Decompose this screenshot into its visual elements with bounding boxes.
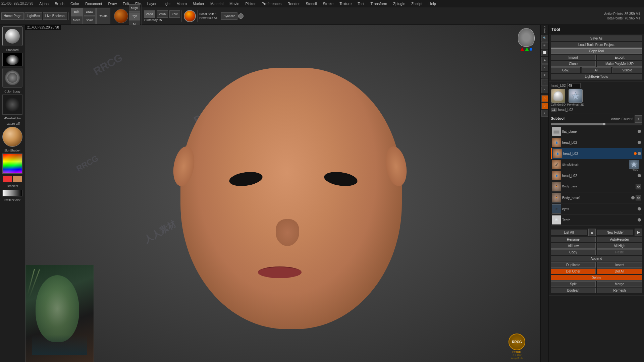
menu-light[interactable]: Light (160, 1, 173, 6)
copy-button[interactable]: Copy (551, 249, 596, 255)
standard-brush-button[interactable] (2, 26, 22, 46)
list-all-button[interactable]: List All (551, 230, 587, 235)
load-tools-button[interactable]: Load Tools From Project (551, 42, 642, 48)
folder-arrow[interactable]: ▶ (635, 229, 642, 236)
spa-gizmo-icon[interactable]: G (541, 95, 548, 102)
make-polymesh-button[interactable]: Make PolyMesh3D (597, 61, 642, 67)
menu-zplugin[interactable]: Zplugin (390, 1, 408, 6)
goz-button[interactable]: GoZ (551, 67, 580, 73)
export-button[interactable]: Export (597, 55, 642, 60)
teeth-vis[interactable] (638, 218, 641, 222)
del-all-button[interactable]: Del All (597, 268, 642, 274)
body-base1-gear[interactable]: ⚙ (636, 195, 641, 200)
spa-localaxes-icon[interactable]: ⊕ (541, 72, 548, 78)
insert-button[interactable]: Insert (597, 262, 642, 268)
menu-macro[interactable]: Macro (174, 1, 190, 6)
copy-tool-button[interactable]: Copy Tool (551, 48, 642, 54)
spa-xr-icon[interactable]: × (541, 86, 548, 93)
brush-alpha-preview[interactable] (2, 95, 22, 115)
subtool-head-l02-3[interactable]: 👤 head_L02 (551, 170, 642, 181)
flat-plane-vis[interactable] (638, 130, 641, 133)
brush-thumbnail[interactable] (2, 53, 22, 66)
subtool-body-base[interactable]: 🧍 Body_base ⚙ (551, 181, 642, 192)
cylinder3d-item[interactable]: Cylinder3D (551, 89, 566, 106)
paste-button[interactable]: Paste (597, 249, 642, 255)
spa-frame-icon[interactable]: ⬜ (541, 50, 548, 56)
head-l02-active-vis[interactable] (638, 152, 641, 155)
polymesh3d-item[interactable]: PolyMesh3D (567, 89, 584, 106)
menu-brush[interactable]: Brush (52, 1, 67, 6)
move-button[interactable]: Move (71, 16, 83, 24)
menu-preferences[interactable]: Preferences (259, 1, 284, 6)
body-base1-vis[interactable] (631, 196, 635, 199)
visible-button[interactable]: Visible (612, 67, 642, 73)
secondary-swatch[interactable] (13, 176, 22, 182)
home-page-button[interactable]: Home Page (1, 12, 24, 20)
all-low-button[interactable]: All Low (551, 243, 596, 249)
zcut-button[interactable]: Zcut (169, 10, 180, 18)
menu-alpha[interactable]: Alpha (37, 1, 51, 6)
menu-transform[interactable]: Transform (368, 1, 390, 6)
subtool-teeth[interactable]: 🦷 Teeth (551, 215, 642, 226)
menu-render[interactable]: Render (285, 1, 302, 6)
all-high-button[interactable]: All High (597, 243, 642, 249)
menu-picker[interactable]: Picker (243, 1, 258, 6)
del-other-button[interactable]: Del Other (551, 268, 596, 274)
subtool-slider-handle[interactable] (603, 123, 605, 125)
body-base-gear[interactable]: ⚙ (636, 184, 641, 189)
menu-help[interactable]: Help (426, 1, 439, 6)
clone-button[interactable]: Clone (551, 61, 596, 67)
list-arrow-up[interactable]: ▲ (588, 229, 596, 236)
remesh-button[interactable]: Remesh (597, 288, 642, 293)
live-boolean-button[interactable]: Live Boolean (43, 12, 67, 20)
all-button[interactable]: All (582, 67, 611, 73)
color-picker-box[interactable] (2, 154, 22, 174)
menu-stencil[interactable]: Stencil (303, 1, 319, 6)
menu-document[interactable]: Document (83, 1, 105, 6)
subtool-slider[interactable] (551, 123, 642, 125)
menu-color[interactable]: Color (68, 1, 82, 6)
spa-actual-icon[interactable]: ⊡ (541, 42, 548, 49)
head-l02-3-vis[interactable] (638, 174, 641, 177)
spa-ghost-icon[interactable]: ○ (541, 79, 548, 86)
subtool-head-l02-active[interactable]: 👤 head_L02 (551, 148, 642, 159)
save-as-button[interactable]: Save As (551, 36, 642, 41)
spa-snap-icon[interactable]: ⌖ (541, 110, 548, 117)
eyes-vis[interactable] (638, 207, 641, 210)
append-button[interactable]: Append (551, 256, 642, 261)
menu-stroke[interactable]: Stroke (320, 1, 336, 6)
material-sphere[interactable] (2, 127, 22, 147)
head-l02-1-vis[interactable] (638, 141, 641, 144)
zadd-button[interactable]: Zadd (144, 10, 156, 18)
menu-material[interactable]: Material (208, 1, 226, 6)
auto-reorder-button[interactable]: AutoReorder (597, 237, 642, 242)
spa-floor-icon[interactable]: ≡ (541, 64, 548, 71)
viewport-canvas[interactable]: RRCG RRCG RRCG RRCG 人人素材 人人素材 RRCG (25, 25, 540, 362)
rgb-button[interactable]: Rgb (129, 12, 140, 20)
edit-button[interactable]: Edit (71, 8, 83, 16)
rename-button[interactable]: Rename (551, 237, 596, 242)
mrgb-button[interactable]: Mrgb (129, 4, 140, 12)
split-button[interactable]: Split (551, 281, 596, 287)
menu-movie[interactable]: Movie (227, 1, 242, 6)
subtool-flat-plane[interactable]: flat_plane (551, 126, 642, 137)
rotate-button[interactable]: Rotate (96, 8, 110, 24)
merge-button[interactable]: Merge (597, 281, 642, 287)
delete-button[interactable]: Delete (551, 275, 642, 281)
scroll-input[interactable] (567, 83, 581, 88)
subtool-head-l02-1[interactable]: 👤 head_L02 (551, 137, 642, 148)
color-spray-button[interactable] (2, 68, 22, 88)
boolean-button[interactable]: Boolean (551, 288, 596, 293)
spa-rotate-icon[interactable]: ↻ (541, 103, 548, 109)
add-subtool-button[interactable]: + (635, 115, 642, 123)
zsub-button[interactable]: Zsub (157, 10, 168, 18)
dynamic-button[interactable]: Dynamic (221, 12, 237, 20)
draw-button[interactable]: Draw (84, 8, 96, 16)
new-folder-button[interactable]: New Folder (597, 230, 633, 235)
material-preview[interactable] (114, 9, 128, 23)
gradient-preview[interactable] (2, 190, 22, 196)
menu-marker[interactable]: Marker (190, 1, 207, 6)
reference-image[interactable] (25, 265, 94, 362)
menu-zscript[interactable]: Zscript (409, 1, 425, 6)
primary-swatch[interactable] (3, 176, 12, 182)
